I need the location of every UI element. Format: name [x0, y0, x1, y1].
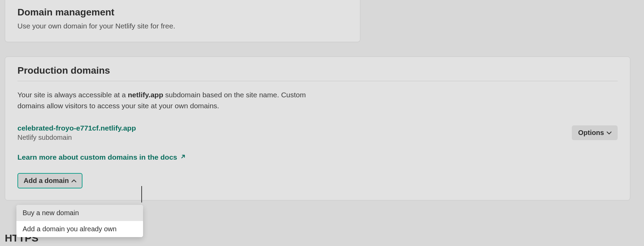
production-domains-card: Production domains Your site is always a… — [5, 57, 630, 200]
desc-pre: Your site is always accessible at a — [17, 91, 128, 99]
domain-management-desc: Use your own domain for your Netlify sit… — [17, 21, 348, 32]
add-domain-label: Add a domain — [24, 177, 69, 185]
text-caret — [141, 186, 142, 202]
divider — [17, 81, 618, 81]
domain-management-title: Domain management — [17, 7, 348, 18]
domain-type-label: Netlify subdomain — [17, 134, 136, 142]
production-domains-title: Production domains — [17, 65, 618, 76]
dropdown-add-existing-domain[interactable]: Add a domain you already own — [16, 221, 143, 237]
add-domain-dropdown: Buy a new domain Add a domain you alread… — [16, 205, 143, 237]
domain-row: celebrated-froyo-e771cf.netlify.app Netl… — [17, 124, 618, 142]
domain-management-card: Domain management Use your own domain fo… — [5, 0, 360, 42]
dropdown-buy-new-domain[interactable]: Buy a new domain — [16, 205, 143, 221]
learn-more-link[interactable]: Learn more about custom domains in the d… — [17, 153, 185, 161]
chevron-down-icon — [607, 131, 611, 135]
add-domain-button[interactable]: Add a domain — [17, 173, 82, 188]
domain-info: celebrated-froyo-e771cf.netlify.app Netl… — [17, 124, 136, 142]
options-button[interactable]: Options — [572, 125, 618, 140]
production-domains-desc: Your site is always accessible at a netl… — [17, 89, 325, 111]
desc-bold: netlify.app — [128, 91, 163, 99]
external-link-icon — [180, 153, 185, 161]
netlify-subdomain-link[interactable]: celebrated-froyo-e771cf.netlify.app — [17, 124, 136, 132]
options-button-label: Options — [578, 129, 604, 137]
chevron-up-icon — [72, 179, 76, 183]
learn-more-label: Learn more about custom domains in the d… — [17, 153, 177, 161]
